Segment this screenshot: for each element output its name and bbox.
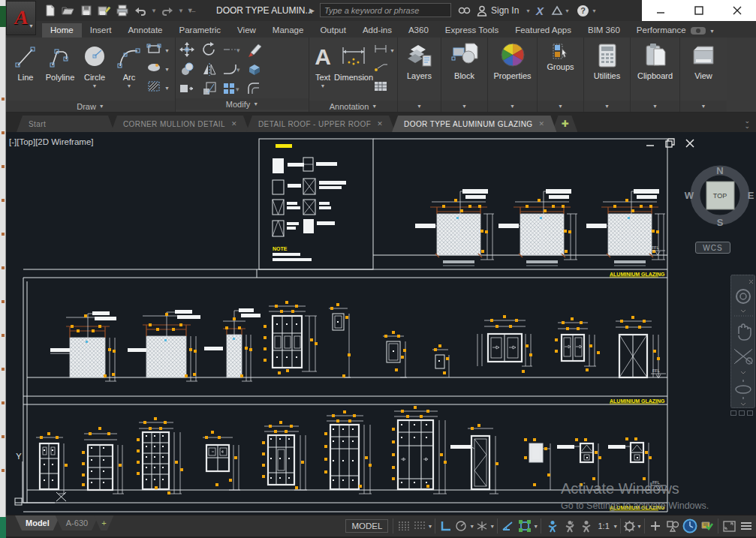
viewcube[interactable]: N S W E TOP [684, 159, 756, 231]
ribbon-display-toggle[interactable]: ▼ [690, 26, 715, 35]
mirror-tool-icon[interactable] [202, 62, 217, 76]
panel-draw-footer[interactable]: Draw▼ [6, 101, 175, 112]
ribbon-tab-view[interactable]: View [229, 23, 264, 38]
isodraft-button[interactable]: ▼ [475, 518, 495, 534]
object-snap-dropdown[interactable]: ▼ [533, 524, 538, 529]
scale-tool-icon[interactable] [202, 81, 217, 96]
workspace-dropdown[interactable]: ▼ [637, 524, 642, 529]
annotation-monitor-button[interactable] [647, 518, 664, 534]
sign-in-button[interactable]: Sign In [491, 2, 519, 19]
hatch-tool-icon[interactable] [146, 80, 163, 96]
ribbon-tab-annotate[interactable]: Annotate [119, 23, 170, 38]
app-menu-button[interactable]: A▼ [6, 1, 36, 35]
ribbon-tab-featured-apps[interactable]: Featured Apps [507, 23, 580, 38]
explode-tool-icon[interactable] [246, 62, 263, 77]
dim-style-dropdown[interactable]: ▼ [390, 48, 395, 53]
viewcube-top-face[interactable]: TOP [713, 192, 727, 200]
panel-properties-footer[interactable]: ▼ [488, 101, 537, 112]
tab-close-icon[interactable]: ✕ [377, 120, 383, 128]
osnap-tracking-button[interactable] [500, 518, 517, 534]
dimension-button[interactable]: Dimension [334, 39, 373, 99]
drawing-area[interactable]: .w{stroke:#dfe3e6;fill:none;stroke-width… [6, 132, 756, 515]
polar-dropdown[interactable]: ▼ [469, 524, 474, 529]
properties-button[interactable]: Properties [488, 38, 537, 101]
tab-overflow-chevron[interactable]: ⌄⌄ [744, 119, 750, 129]
object-snap-button[interactable]: ▼ [517, 518, 538, 534]
search-expand-arrow[interactable]: ▶ [309, 5, 318, 17]
viewcube-south[interactable]: S [717, 217, 724, 228]
multileader-icon[interactable] [373, 62, 388, 76]
offset-tool-icon[interactable] [247, 82, 262, 95]
a360-dropdown[interactable]: ▼ [565, 2, 570, 19]
array-tool-icon[interactable]: ▾ [222, 82, 242, 95]
annotation-scale-value[interactable]: 1:1 [595, 518, 612, 534]
line-button[interactable]: Line [8, 39, 43, 99]
polyline-button[interactable]: Polyline [43, 39, 77, 99]
tab-close-icon[interactable]: ✕ [231, 120, 237, 128]
new-drawing-tab-button[interactable]: ✚ [552, 116, 577, 132]
sign-in-dropdown[interactable]: ▼ [526, 2, 531, 19]
ellipse-tool-icon[interactable] [146, 62, 163, 77]
maximize-button[interactable] [688, 2, 710, 19]
view-button[interactable]: View [680, 38, 727, 101]
units-button[interactable] [664, 518, 681, 534]
exchange-apps-icon[interactable]: X [536, 2, 544, 19]
panel-modify-footer[interactable]: Modify▼ [176, 98, 309, 110]
fillet-tool-icon[interactable]: ▾ [222, 63, 242, 75]
help-dropdown[interactable]: ▼ [592, 2, 597, 19]
annotation-visibility-button[interactable] [544, 518, 560, 534]
copy-tool-icon[interactable] [179, 62, 194, 77]
tab-door-type-aluminum-glazing[interactable]: DOOR TYPE ALUMINUM GLAZING✕ [392, 116, 556, 132]
ribbon-tab-insert[interactable]: Insert [82, 23, 120, 38]
tab-corner-mullion-detail[interactable]: CORNER MULLION DETAIL✕ [111, 116, 249, 132]
ribbon-tab-output[interactable]: Output [312, 23, 354, 38]
tab-start[interactable]: Start [17, 116, 114, 132]
drawing-restore-icon[interactable] [665, 138, 675, 148]
viewcube-east[interactable]: E [748, 190, 754, 201]
redo-button[interactable] [159, 3, 176, 18]
graphics-performance-button[interactable] [682, 518, 698, 534]
cad-drawing[interactable]: .w{stroke:#dfe3e6;fill:none;stroke-width… [6, 132, 756, 515]
ellipse-dropdown[interactable]: ▼ [164, 67, 170, 72]
panel-view-footer[interactable]: ▼ [680, 101, 727, 112]
stretch-tool-icon[interactable] [179, 82, 195, 95]
grid-display-button[interactable]: ▼ [413, 518, 432, 534]
hatch-dropdown[interactable]: ▼ [164, 86, 170, 91]
viewport-controls-label[interactable]: [-][Top][2D Wireframe] [9, 137, 93, 146]
utilities-button[interactable]: Utilities [584, 38, 630, 101]
undo-dropdown[interactable]: ▼ [151, 8, 157, 14]
viewcube-west[interactable]: W [685, 190, 694, 201]
minimize-button[interactable] [649, 2, 672, 19]
layers-button[interactable]: Layers [398, 38, 441, 101]
ribbon-tab-home[interactable]: Home [42, 23, 82, 38]
drawing-minimize-icon[interactable] [646, 138, 655, 148]
rotate-tool-icon[interactable] [202, 42, 217, 57]
layout-tab-a630[interactable]: A-630 [56, 515, 98, 530]
glazing-details-top[interactable]: FFL [415, 189, 665, 266]
trim-tool-icon[interactable]: ▾ [222, 44, 242, 55]
panel-block-footer[interactable]: ▼ [441, 101, 487, 112]
autoscale-button[interactable] [561, 518, 577, 534]
search-input[interactable]: Type a keyword or phrase [320, 3, 451, 17]
model-tab[interactable]: Model [15, 515, 60, 530]
user-icon[interactable] [475, 2, 489, 19]
model-space-button[interactable]: MODEL [345, 519, 388, 533]
ribbon-tab-parametric[interactable]: Parametric [171, 23, 230, 38]
snap-mode-button[interactable] [396, 518, 412, 534]
panel-utilities-footer[interactable]: ▼ [584, 101, 630, 112]
wcs-dropdown[interactable]: WCS [695, 242, 730, 254]
panel-clipboard-footer[interactable]: ▼ [631, 101, 679, 112]
groups-button[interactable]: Groups [538, 38, 583, 101]
ribbon-tab-bim360[interactable]: BIM 360 [580, 23, 628, 38]
legend[interactable]: NOTE [273, 144, 346, 261]
dim-style-icon[interactable] [373, 44, 388, 57]
undo-button[interactable] [132, 3, 149, 18]
scale-dropdown[interactable]: ▼ [613, 524, 618, 529]
grid-dropdown[interactable]: ▼ [427, 524, 432, 529]
polar-tracking-button[interactable]: ▼ [455, 518, 474, 534]
save-as-button[interactable] [96, 3, 113, 18]
rectangle-dropdown[interactable]: ▼ [164, 48, 170, 53]
ortho-mode-button[interactable] [438, 518, 454, 534]
erase-tool-icon[interactable] [246, 42, 263, 57]
customization-menu-button[interactable] [738, 518, 754, 534]
